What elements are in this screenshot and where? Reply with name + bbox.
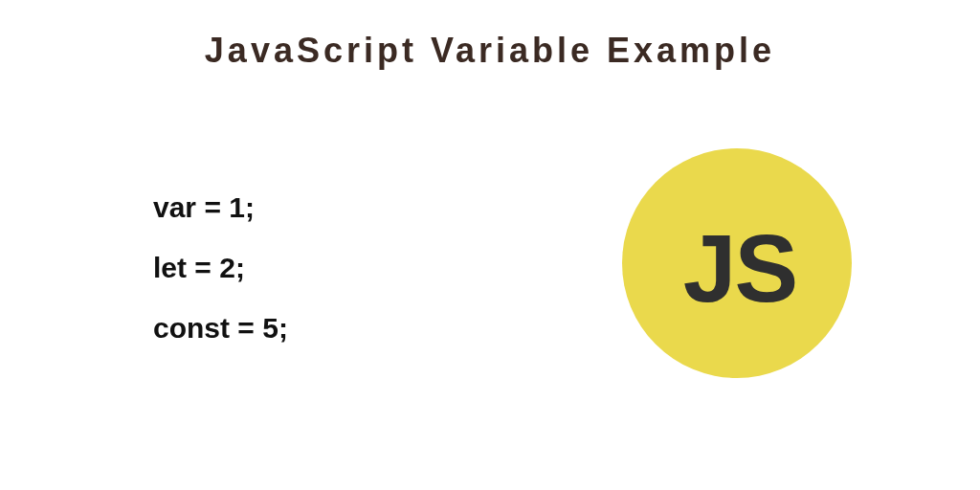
javascript-logo-icon: JS [622, 148, 852, 378]
code-line: var = 1; [153, 177, 288, 237]
javascript-logo-text: JS [683, 213, 796, 323]
code-line: let = 2; [153, 237, 288, 298]
page-title: JavaScript Variable Example [0, 31, 980, 71]
code-line: const = 5; [153, 298, 288, 358]
code-example-block: var = 1; let = 2; const = 5; [153, 177, 288, 358]
